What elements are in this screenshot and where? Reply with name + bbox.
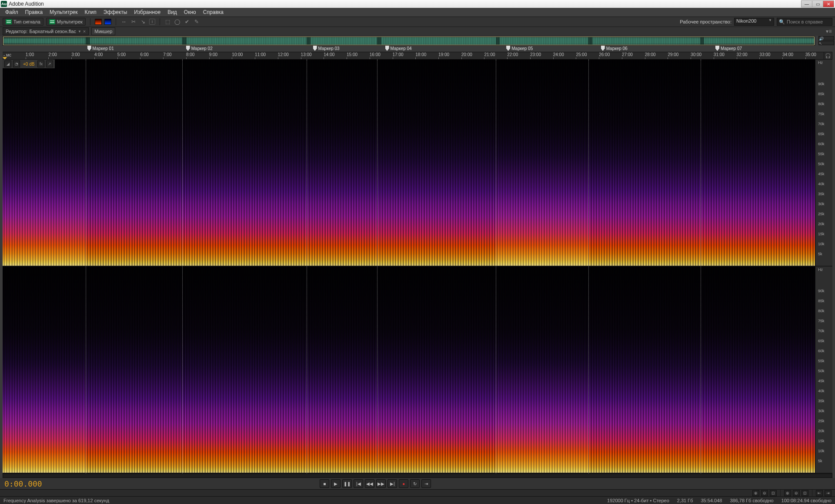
frequency-tick-label: 30k — [815, 409, 832, 413]
time-tick: 23:00 — [530, 52, 541, 57]
menu-help[interactable]: Справка — [200, 8, 227, 16]
panel-menu-icon[interactable]: ▾≡ — [825, 28, 832, 35]
workspace-label: Рабочее пространство: — [680, 19, 731, 24]
time-selection-tool-icon[interactable]: I — [149, 19, 155, 25]
zoom-reset-amp-button[interactable]: ⊡ — [802, 490, 808, 496]
view-waveform-button[interactable]: Тип сигнала — [3, 18, 43, 26]
menu-view[interactable]: Вид — [164, 8, 180, 16]
channel-expand-button[interactable]: ↗ — [46, 60, 53, 67]
frequency-tick-label: 40k — [815, 182, 832, 186]
time-ruler[interactable]: - мс 1:002:003:004:005:006:007:008:009:0… — [3, 52, 824, 60]
time-tick: 25:00 — [576, 52, 587, 57]
menu-favorites[interactable]: Избранное — [130, 8, 164, 16]
overview-side-buttons: 🔊 ↖ — [818, 36, 835, 46]
window-close-button[interactable]: ✕ — [823, 0, 834, 7]
window-minimize-button[interactable]: — — [801, 0, 812, 7]
play-button[interactable]: ▶ — [331, 479, 341, 488]
marker[interactable]: Маркер 01 — [87, 46, 114, 51]
overview-waveform[interactable] — [3, 36, 815, 46]
marker-icon — [87, 46, 91, 51]
amplitude-stats-button[interactable]: ◢ — [4, 60, 11, 67]
pause-button[interactable]: ❚❚ — [342, 479, 352, 488]
loop-button[interactable]: ↻ — [410, 479, 420, 488]
marker[interactable]: Маркер 05 — [506, 46, 533, 51]
spectrogram-channels[interactable] — [3, 60, 815, 474]
marker[interactable]: Маркер 04 — [385, 46, 412, 51]
chevron-down-icon[interactable]: ▼ — [78, 30, 81, 33]
frequency-tick-label: 90k — [815, 82, 832, 86]
time-tick: 18:00 — [415, 52, 426, 57]
horizontal-scrollbar[interactable] — [3, 474, 832, 478]
separator — [160, 18, 160, 25]
menu-clip[interactable]: Клип — [81, 8, 100, 16]
time-tick: 9:00 — [209, 52, 217, 57]
overview-pointer-icon[interactable]: ↖ — [818, 41, 834, 45]
view-multitrack-button[interactable]: Мультитрек — [46, 18, 86, 26]
zoom-out-time-button[interactable]: ⊖ — [761, 490, 768, 496]
multitrack-view-icon — [49, 19, 55, 24]
menu-file[interactable]: Файл — [2, 8, 22, 16]
zoom-in-time-button[interactable]: ⊕ — [752, 490, 759, 496]
workspace-dropdown[interactable]: Nikon200 ▼ — [734, 18, 774, 26]
spectral-frequency-display-button[interactable] — [95, 19, 102, 25]
menu-window[interactable]: Окно — [180, 8, 200, 16]
spectrogram-channel-right[interactable] — [3, 267, 815, 474]
spectral-pitch-display-button[interactable] — [104, 19, 111, 25]
time-tick: 35:00 — [805, 52, 816, 57]
go-to-end-button[interactable]: ▶| — [387, 479, 397, 488]
zoom-to-selection-out-button[interactable]: ⇥ — [825, 490, 832, 496]
slip-tool-icon[interactable]: ↘ — [140, 18, 147, 25]
time-tick: 24:00 — [553, 52, 564, 57]
window-maximize-button[interactable]: ▭ — [812, 0, 823, 7]
zoom-to-selection-in-button[interactable]: ⇤ — [816, 490, 823, 496]
skip-selection-button[interactable]: ⇥ — [421, 479, 431, 488]
spot-healing-brush-tool-icon[interactable]: ✎ — [193, 18, 200, 25]
marker[interactable]: Маркер 02 — [186, 46, 213, 51]
tab-close-icon[interactable]: × — [83, 29, 86, 34]
time-tick: 14:00 — [324, 52, 334, 57]
menu-effects[interactable]: Эффекты — [100, 8, 131, 16]
time-tick: 10:00 — [232, 52, 243, 57]
frequency-tick-label: 65k — [815, 339, 832, 343]
marker[interactable]: Маркер 03 — [313, 46, 340, 51]
zoom-in-amp-button[interactable]: ⊕ — [784, 490, 791, 496]
volume-readout[interactable]: +0 dB — [22, 62, 36, 67]
marquee-selection-tool-icon[interactable]: ⬚ — [164, 18, 171, 25]
zoom-out-amp-button[interactable]: ⊖ — [793, 490, 800, 496]
pan-button[interactable]: ◔ — [13, 60, 20, 67]
go-to-start-button[interactable]: |◀ — [354, 479, 363, 488]
lasso-selection-tool-icon[interactable]: ◯ — [174, 18, 181, 25]
zoom-reset-time-button[interactable]: ⊡ — [770, 490, 777, 496]
overview-viewport-box[interactable] — [3, 37, 815, 45]
brush-selection-tool-icon[interactable]: ✔ — [184, 18, 190, 25]
view-multitrack-label: Мультитрек — [57, 19, 83, 24]
spectrogram-channel-left[interactable] — [3, 60, 815, 267]
overview-volume-icon[interactable]: 🔊 — [818, 36, 834, 40]
marker[interactable]: Маркер 06 — [601, 46, 628, 51]
timecode-display[interactable]: 0:00.000 — [0, 479, 47, 488]
fast-forward-button[interactable]: ▶▶ — [376, 479, 386, 488]
marker[interactable]: Маркер 07 — [715, 46, 742, 51]
fx-button[interactable]: fx — [37, 60, 44, 67]
frequency-ruler[interactable]: Hz90k85k80k75k70k65k60k55k50k45k40k35k30… — [815, 60, 832, 474]
editor-tab[interactable]: Редактор: Бархатный сезон.flac ▼ × — [3, 27, 89, 35]
frequency-tick-label: 80k — [815, 309, 832, 313]
app-title: Adobe Audition — [9, 1, 44, 7]
stop-button[interactable]: ■ — [320, 479, 329, 488]
marker-icon — [313, 46, 317, 51]
time-tick: 32:00 — [737, 52, 748, 57]
frequency-tick-label: 70k — [815, 122, 832, 126]
marker-lane[interactable]: Маркер 01Маркер 02Маркер 03Маркер 04Марк… — [3, 46, 832, 52]
help-search-input[interactable]: 🔍 Поиск в справке — [777, 18, 832, 26]
razor-tool-icon[interactable]: ✂ — [130, 18, 137, 25]
rewind-button[interactable]: ◀◀ — [365, 479, 374, 488]
mixer-tab[interactable]: Микшер — [91, 27, 115, 35]
status-duration: 35:54.048 — [701, 498, 722, 503]
channel-headphones-button[interactable]: 🎧 — [824, 52, 832, 60]
move-tool-icon[interactable]: ↔ — [120, 18, 127, 25]
frequency-tick-label: 45k — [815, 379, 832, 383]
record-button[interactable]: ● — [399, 479, 408, 488]
menu-multitrack[interactable]: Мультитрек — [46, 8, 81, 16]
help-search-placeholder: Поиск в справке — [787, 19, 823, 24]
menu-edit[interactable]: Правка — [22, 8, 47, 16]
